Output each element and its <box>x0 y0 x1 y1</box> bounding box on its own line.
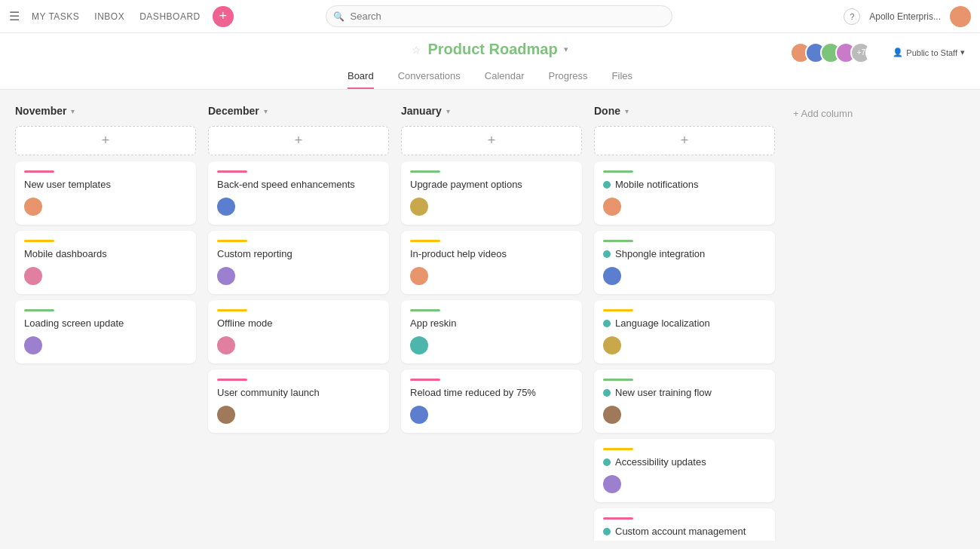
column-dropdown-january[interactable]: ▾ <box>446 107 450 115</box>
avatar-add[interactable]: + <box>865 42 887 63</box>
card-avatar-c5 <box>217 267 235 285</box>
project-tabs: Board Conversations Calendar Progress Fi… <box>0 64 980 89</box>
card-c14[interactable]: Language localization <box>594 300 775 363</box>
card-c4[interactable]: Back-end speed enhancements <box>208 161 389 225</box>
card-c10[interactable]: App reskin <box>401 300 582 363</box>
priority-bar-c6 <box>217 309 247 311</box>
card-c17[interactable]: Custom account management <box>594 508 775 541</box>
column-header-november: November▾ <box>15 102 196 120</box>
tab-conversations[interactable]: Conversations <box>398 64 461 89</box>
tab-calendar[interactable]: Calendar <box>485 64 525 89</box>
column-november: November▾+New user templatesMobile dashb… <box>15 102 196 363</box>
column-title-january: January <box>401 105 442 117</box>
user-avatar[interactable] <box>950 6 971 27</box>
public-staff-button[interactable]: 👤 Public to Staff ▾ <box>893 48 965 57</box>
add-column-button[interactable]: + Add column <box>787 105 859 122</box>
add-card-november[interactable]: + <box>15 126 196 155</box>
card-avatar-c1 <box>24 198 42 216</box>
card-c7[interactable]: User community launch <box>208 370 389 433</box>
column-title-november: November <box>15 105 66 117</box>
add-card-january[interactable]: + <box>401 126 582 155</box>
avatar-stack: +7 + <box>796 42 887 63</box>
column-dropdown-done[interactable]: ▾ <box>625 107 629 115</box>
project-dropdown-icon[interactable]: ▾ <box>564 44 568 54</box>
card-avatar-c12 <box>603 198 621 216</box>
card-title-row-c12: Mobile notifications <box>603 179 766 190</box>
card-title-row-c17: Custom account management <box>603 526 766 537</box>
card-avatar-c15 <box>603 406 621 424</box>
column-title-done: Done <box>594 105 620 117</box>
card-title-c6: Offline mode <box>217 317 380 329</box>
column-dropdown-december[interactable]: ▾ <box>264 107 268 115</box>
priority-bar-c17 <box>603 517 633 520</box>
priority-bar-c5 <box>217 240 247 242</box>
priority-bar-c15 <box>603 379 633 381</box>
card-title-c9: In-product help videos <box>410 248 573 259</box>
hamburger-menu[interactable]: ☰ <box>9 9 20 23</box>
card-title-c11: Reload time reduced by 75% <box>410 387 573 398</box>
card-title-c5: Custom reporting <box>217 248 380 259</box>
card-title-c14: Language localization <box>615 317 710 329</box>
topnav-right: ? Apollo Enterpris... <box>844 6 971 27</box>
card-c8[interactable]: Upgrade payment options <box>401 161 582 225</box>
nav-inbox[interactable]: INBOX <box>94 11 124 22</box>
nav-my-tasks[interactable]: MY TASKS <box>32 11 79 22</box>
card-title-row-c13: Shpongle integration <box>603 248 766 259</box>
project-title[interactable]: Product Roadmap <box>427 41 557 58</box>
column-dropdown-november[interactable]: ▾ <box>71 107 75 115</box>
status-dot-c16 <box>603 459 611 466</box>
star-icon[interactable]: ☆ <box>412 44 421 56</box>
add-card-done[interactable]: + <box>594 126 775 155</box>
card-avatar-c7 <box>217 406 235 424</box>
card-c9[interactable]: In-product help videos <box>401 231 582 294</box>
column-december: December▾+Back-end speed enhancementsCus… <box>208 102 389 433</box>
card-c2[interactable]: Mobile dashboards <box>15 231 196 294</box>
card-c6[interactable]: Offline mode <box>208 300 389 363</box>
priority-bar-c8 <box>410 170 440 173</box>
card-c15[interactable]: New user training flow <box>594 370 775 433</box>
priority-bar-c10 <box>410 309 440 311</box>
priority-bar-c14 <box>603 309 633 311</box>
card-c13[interactable]: Shpongle integration <box>594 231 775 294</box>
card-avatar-c10 <box>410 336 428 354</box>
status-dot-c14 <box>603 320 611 327</box>
tab-files[interactable]: Files <box>612 64 632 89</box>
nav-dashboard[interactable]: DASHBOARD <box>139 11 201 22</box>
card-avatar-c8 <box>410 198 428 216</box>
priority-bar-c2 <box>24 240 54 242</box>
column-title-december: December <box>208 105 259 117</box>
card-avatar-c9 <box>410 267 428 285</box>
help-button[interactable]: ? <box>844 8 860 25</box>
status-dot-c15 <box>603 389 611 397</box>
priority-bar-c9 <box>410 240 440 242</box>
card-title-c3: Loading screen update <box>24 317 187 329</box>
card-title-c17: Custom account management <box>615 526 746 537</box>
add-button[interactable]: + <box>213 6 234 27</box>
priority-bar-c3 <box>24 309 54 311</box>
card-c5[interactable]: Custom reporting <box>208 231 389 294</box>
tab-progress[interactable]: Progress <box>549 64 588 89</box>
add-card-december[interactable]: + <box>208 126 389 155</box>
tab-board[interactable]: Board <box>348 64 374 89</box>
card-title-c13: Shpongle integration <box>615 248 705 259</box>
top-navigation: ☰ MY TASKS INBOX DASHBOARD + 🔍 ? Apollo … <box>0 0 980 33</box>
search-input[interactable] <box>326 5 672 27</box>
person-icon: 👤 <box>893 48 903 57</box>
card-avatar-c6 <box>217 336 235 354</box>
card-c11[interactable]: Reload time reduced by 75% <box>401 370 582 433</box>
priority-bar-c12 <box>603 170 633 173</box>
card-avatar-c14 <box>603 336 621 354</box>
card-title-c15: New user training flow <box>615 387 712 398</box>
board-area: November▾+New user templatesMobile dashb… <box>0 90 980 541</box>
card-title-row-c14: Language localization <box>603 317 766 329</box>
card-title-c4: Back-end speed enhancements <box>217 179 380 190</box>
project-header: ☆ Product Roadmap ▾ +7 + 👤 Public to Sta… <box>0 33 980 90</box>
priority-bar-c4 <box>217 170 247 173</box>
card-c12[interactable]: Mobile notifications <box>594 161 775 225</box>
card-c16[interactable]: Accessibility updates <box>594 439 775 502</box>
column-january: January▾+Upgrade payment optionsIn-produ… <box>401 102 582 433</box>
card-c3[interactable]: Loading screen update <box>15 300 196 363</box>
column-header-january: January▾ <box>401 102 582 120</box>
card-c1[interactable]: New user templates <box>15 161 196 225</box>
card-avatar-c16 <box>603 475 621 493</box>
